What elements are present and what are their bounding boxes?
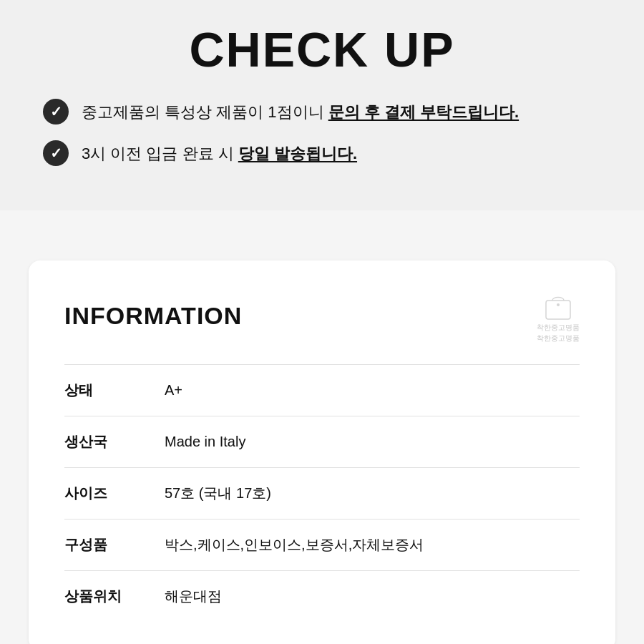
info-label: 사이즈 [64, 468, 165, 519]
brand-text: 착한중고명품 [537, 323, 580, 332]
list-item: 3시 이전 입금 완료 시 당일 발송됩니다. [43, 140, 601, 166]
info-value: 57호 (국내 17호) [165, 468, 580, 519]
info-label: 생산국 [64, 416, 165, 468]
info-table: 상태A+생산국Made in Italy사이즈57호 (국내 17호)구성품박스… [64, 364, 580, 622]
check-icon [43, 140, 69, 166]
checklist: 중고제품의 특성상 제품이 1점이니 문의 후 결제 부탁드립니다. 3시 이전… [43, 99, 601, 182]
brand-subtext: 착한중고명품 [537, 333, 580, 343]
brand-watermark: 착한중고명품 착한중고명품 [537, 289, 580, 343]
bold-underline-text-1: 문의 후 결제 부탁드립니다. [328, 103, 519, 121]
list-item: 중고제품의 특성상 제품이 1점이니 문의 후 결제 부탁드립니다. [43, 99, 601, 125]
table-row: 구성품박스,케이스,인보이스,보증서,자체보증서 [64, 519, 580, 571]
table-row: 상태A+ [64, 365, 580, 416]
info-card: INFORMATION 착한중고명품 착한중고명품 상태A+생산국Made in… [29, 260, 615, 644]
info-header: INFORMATION 착한중고명품 착한중고명품 [64, 289, 580, 343]
checklist-item-text-1: 중고제품의 특성상 제품이 1점이니 문의 후 결제 부탁드립니다. [82, 100, 519, 124]
info-label: 상품위치 [64, 571, 165, 623]
table-row: 사이즈57호 (국내 17호) [64, 468, 580, 519]
checklist-item-text-2: 3시 이전 입금 완료 시 당일 발송됩니다. [82, 142, 357, 165]
brand-icon [540, 289, 576, 321]
check-icon [43, 99, 69, 125]
info-value: Made in Italy [165, 416, 580, 468]
info-value: 박스,케이스,인보이스,보증서,자체보증서 [165, 519, 580, 571]
info-value: A+ [165, 365, 580, 416]
bold-underline-text-2: 당일 발송됩니다. [238, 145, 357, 162]
header-section: CHECK UP 중고제품의 특성상 제품이 1점이니 문의 후 결제 부탁드립… [0, 0, 644, 210]
table-row: 생산국Made in Italy [64, 416, 580, 468]
table-row: 상품위치해운대점 [64, 571, 580, 623]
page-title: CHECK UP [43, 21, 601, 77]
info-value: 해운대점 [165, 571, 580, 623]
svg-point-1 [557, 303, 560, 306]
info-label: 구성품 [64, 519, 165, 571]
spacer [0, 210, 644, 260]
svg-rect-0 [546, 301, 570, 319]
info-title: INFORMATION [64, 302, 242, 330]
info-label: 상태 [64, 365, 165, 416]
